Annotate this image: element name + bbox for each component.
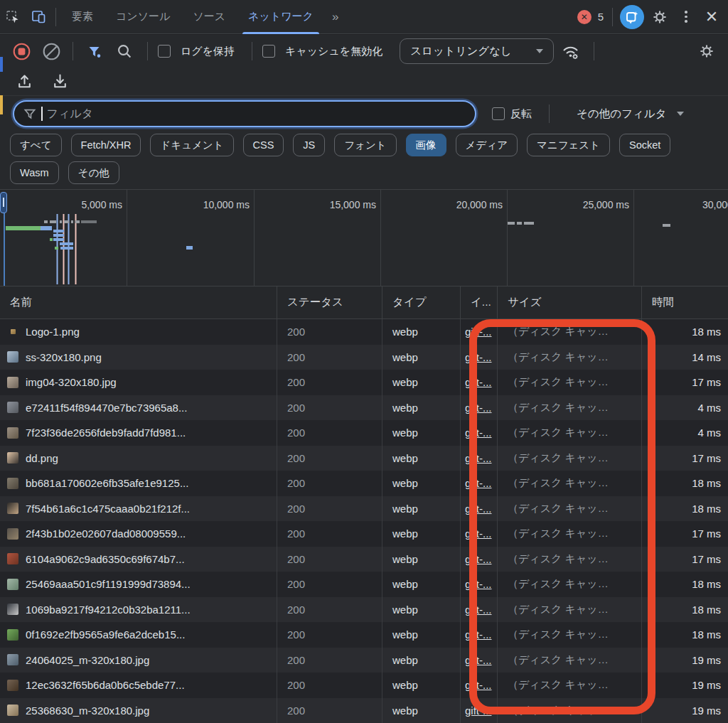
type-chip--[interactable]: フォント: [334, 134, 396, 156]
network-request-row[interactable]: bb681a170602e6fb35afe1e9125...200webpgif…: [0, 471, 728, 496]
network-request-row[interactable]: e72411f54f894470e7bc73965a8...200webpgif…: [0, 395, 728, 421]
svg-text:5,000 ms: 5,000 ms: [81, 199, 122, 210]
tab-sources[interactable]: ソース: [181, 0, 237, 34]
page-edge-yellow-strip: [0, 95, 3, 114]
column-header-5[interactable]: サイズ: [498, 286, 642, 318]
initiator-link[interactable]: gift-...: [465, 376, 492, 388]
network-request-row[interactable]: 25368630_m-320x180.jpg200webpgift-...（ディ…: [0, 698, 728, 723]
import-har-button[interactable]: [11, 69, 37, 95]
time-cell: 19 ms: [642, 648, 728, 673]
network-request-row[interactable]: 7f23f36de2656fdeb9fadd7fd981...200webpgi…: [0, 420, 728, 446]
throttling-select[interactable]: スロットリングなし: [400, 38, 554, 64]
invert-checkbox[interactable]: [492, 107, 505, 120]
column-header-2[interactable]: ステータス: [277, 286, 382, 318]
network-request-row[interactable]: dd.png200webpgift-...（ディスク キャッ…17 ms: [0, 446, 728, 471]
image-thumbnail-icon: [7, 503, 18, 514]
preserve-log-checkbox[interactable]: [158, 45, 171, 58]
type-chip-js[interactable]: JS: [293, 134, 325, 156]
close-devtools-button[interactable]: ✕: [700, 8, 724, 26]
status-cell: 200: [277, 496, 382, 522]
network-request-row[interactable]: img04-320x180.jpg200webpgift-...（ディスク キャ…: [0, 370, 728, 395]
network-request-row[interactable]: 7f54b61a6c1c475caaa0b21f212f...200webpgi…: [0, 496, 728, 522]
initiator-link[interactable]: gift-...: [465, 654, 492, 666]
filter-input[interactable]: [47, 107, 431, 120]
clear-network-log-button[interactable]: [38, 38, 64, 64]
network-request-row[interactable]: 2f43b1b02e02607dad08009559...200webpgift…: [0, 521, 728, 547]
initiator-link[interactable]: gift-...: [465, 351, 492, 363]
initiator-link[interactable]: gift-...: [465, 326, 492, 338]
type-chip--[interactable]: 画像: [406, 134, 446, 156]
error-count[interactable]: 5: [598, 11, 604, 23]
type-chip--[interactable]: マニフェスト: [527, 134, 610, 156]
name-cell: 24064025_m-320x180.jpg: [0, 648, 277, 673]
type-chip-fetch-xhr[interactable]: Fetch/XHR: [71, 134, 141, 156]
column-header-6[interactable]: 時間: [642, 286, 728, 318]
type-chip-socket[interactable]: Socket: [619, 134, 670, 156]
type-cell: webp: [382, 648, 461, 673]
column-header-3[interactable]: タイプ: [382, 286, 461, 318]
tabbar-right-controls: ✕ 5 ✕: [577, 4, 728, 30]
initiator-link[interactable]: gift-...: [465, 427, 492, 439]
initiator-link[interactable]: gift-...: [465, 578, 492, 590]
network-request-row[interactable]: 12ec3632f65b6da0b6c5ebde77...200webpgift…: [0, 673, 728, 698]
download-icon: [51, 73, 69, 90]
network-toolbar: ログを保持 キャッシュを無効化 スロットリングなし: [0, 35, 728, 68]
initiator-link[interactable]: gift-...: [465, 477, 492, 489]
network-request-row[interactable]: 1069ba9217f94212c0b32ba1211...200webpgif…: [0, 597, 728, 623]
type-cell: webp: [382, 673, 461, 698]
network-request-row[interactable]: 24064025_m-320x180.jpg200webpgift-...（ディ…: [0, 648, 728, 673]
network-settings-button[interactable]: [694, 38, 719, 64]
initiator-link[interactable]: gift-...: [465, 402, 492, 414]
initiator-link[interactable]: gift-...: [465, 527, 492, 540]
type-chip-wasm[interactable]: Wasm: [10, 161, 59, 184]
initiator-link[interactable]: gift-...: [465, 452, 492, 464]
inspect-element-button[interactable]: [0, 4, 26, 30]
type-cell: webp: [382, 420, 461, 446]
network-request-row[interactable]: 25469aaa501c9f1191999d73894...200webpgif…: [0, 572, 728, 597]
network-request-row[interactable]: 6104a9062c9ad6350c69f674b7...200webpgift…: [0, 547, 728, 572]
network-request-row[interactable]: 0f1692e2fb9565a9fe6a2dceb15...200webpgif…: [0, 622, 728, 648]
filter-toggle-button[interactable]: [82, 38, 107, 64]
device-toolbar-button[interactable]: [26, 4, 51, 30]
type-chip--[interactable]: すべて: [10, 134, 62, 156]
tab-elements[interactable]: 要素: [60, 0, 105, 34]
export-har-button[interactable]: [47, 69, 73, 95]
search-button[interactable]: [112, 38, 137, 64]
type-chip--[interactable]: ドキュメント: [150, 134, 233, 156]
funnel-outline-icon: [23, 107, 37, 121]
status-cell: 200: [277, 446, 382, 471]
size-cell: （ディスク キャッ…: [498, 420, 642, 446]
initiator-link[interactable]: gift-...: [465, 705, 492, 717]
network-request-table: 名前ステータスタイプイ...サイズ時間 Logo-1.png200webpgif…: [0, 286, 728, 723]
overview-window-handle[interactable]: [0, 192, 7, 213]
more-options-button[interactable]: [675, 11, 697, 23]
type-chip-css[interactable]: CSS: [243, 134, 284, 156]
tab-console[interactable]: コンソール: [105, 0, 181, 34]
error-badge-icon[interactable]: ✕: [577, 10, 592, 24]
image-thumbnail-icon: [11, 329, 16, 334]
initiator-link[interactable]: gift-...: [465, 628, 492, 641]
image-thumbnail-icon: [7, 452, 18, 464]
more-filters-dropdown[interactable]: その他のフィルタ: [577, 107, 684, 122]
type-chip--[interactable]: メディア: [456, 134, 518, 156]
column-header-1[interactable]: 名前: [0, 286, 277, 318]
initiator-link[interactable]: gift-...: [465, 553, 492, 565]
settings-button[interactable]: [647, 4, 673, 30]
tab-network[interactable]: ネットワーク: [237, 0, 325, 34]
network-request-row[interactable]: Logo-1.png200webpgift-...（ディスク キャッ…18 ms: [0, 319, 728, 345]
request-name: 2f43b1b02e02607dad08009559...: [26, 527, 186, 540]
initiator-link[interactable]: gift-...: [465, 679, 492, 691]
initiator-link[interactable]: gift-...: [465, 503, 492, 515]
more-tabs-button[interactable]: »: [325, 10, 346, 24]
network-request-row[interactable]: ss-320x180.png200webpgift-...（ディスク キャッ…1…: [0, 345, 728, 370]
initiator-link[interactable]: gift-...: [465, 604, 492, 616]
network-overview-chart[interactable]: 5,000 ms10,000 ms15,000 ms20,000 ms25,00…: [0, 189, 728, 286]
disable-cache-checkbox[interactable]: [262, 45, 275, 58]
toolbar-divider-3: [252, 42, 252, 60]
record-network-log-button[interactable]: [9, 38, 34, 64]
type-chip--[interactable]: その他: [68, 161, 119, 184]
ai-assistance-button[interactable]: [620, 5, 644, 29]
network-conditions-button[interactable]: [558, 38, 584, 64]
type-cell: webp: [382, 597, 461, 623]
column-header-4[interactable]: イ...: [461, 286, 498, 318]
